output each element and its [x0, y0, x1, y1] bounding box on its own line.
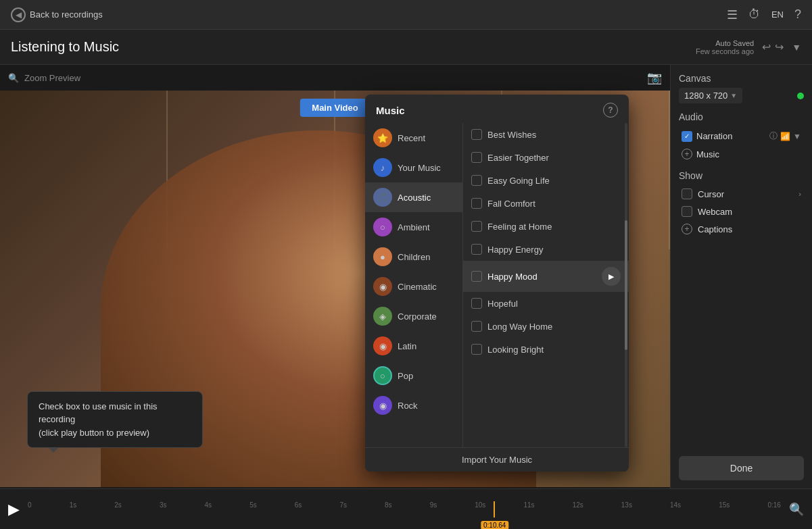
- webcam-show-item: Webcam: [679, 203, 804, 220]
- category-item-corporate[interactable]: ◈ Corporate: [365, 301, 462, 331]
- zoom-preview-label: Zoom Preview: [24, 73, 80, 83]
- category-label-cinematic: Cinematic: [398, 282, 437, 292]
- track-checkbox-easy-going-life[interactable]: [471, 175, 482, 186]
- cursor-expand-icon[interactable]: ›: [798, 190, 801, 198]
- track-play-button-happy-mood[interactable]: ▶: [602, 267, 621, 286]
- timeline-track[interactable]: 0 1s 2s 3s 4s 5s 6s 7s 8s 9s 10s 11s 12s…: [28, 501, 781, 518]
- track-label-fall-comfort: Fall Comfort: [487, 199, 535, 209]
- pop-icon: ○: [373, 366, 392, 385]
- cursor-checkbox[interactable]: [682, 188, 692, 199]
- latin-icon: ◉: [373, 336, 392, 355]
- category-item-latin[interactable]: ◉ Latin: [365, 331, 462, 361]
- category-label-ambient: Ambient: [398, 222, 430, 232]
- narration-audio-icon[interactable]: 📶: [780, 132, 790, 141]
- category-item-cinematic[interactable]: ◉ Cinematic: [365, 272, 462, 301]
- track-item-happy-energy[interactable]: Happy Energy: [463, 238, 629, 261]
- back-label: Back to recordings: [30, 9, 103, 20]
- track-item-long-way-home[interactable]: Long Way Home: [463, 315, 629, 338]
- track-item-hopeful[interactable]: Hopeful: [463, 292, 629, 315]
- timeline-progress: [28, 501, 495, 518]
- children-icon: ●: [373, 247, 392, 266]
- timeline-search-icon[interactable]: 🔍: [789, 502, 804, 517]
- music-tracks-list: Best Wishes Easier Together Easy Going L…: [463, 123, 629, 447]
- narration-row: ✓ Narration ⓘ 📶 ▼: [679, 126, 804, 146]
- track-checkbox-best-wishes[interactable]: [471, 129, 482, 140]
- history-icon[interactable]: ⏱: [748, 7, 761, 22]
- music-add-row: + Music: [679, 146, 804, 162]
- right-panel: Canvas 1280 x 720 ▼ Audio ✓ Narration ⓘ …: [670, 65, 812, 488]
- narration-checkbox[interactable]: ✓: [682, 131, 692, 142]
- redo-button[interactable]: ↪: [775, 41, 784, 53]
- captions-add-icon[interactable]: +: [682, 224, 692, 234]
- canvas-dropdown-icon: ▼: [730, 92, 737, 99]
- track-checkbox-long-way-home[interactable]: [471, 321, 482, 332]
- audio-title: Audio: [679, 111, 804, 122]
- acoustic-icon: 🎵: [373, 188, 392, 207]
- done-button[interactable]: Done: [679, 456, 804, 480]
- help-icon[interactable]: ?: [794, 7, 801, 22]
- main-video-tag: Main Video: [300, 99, 370, 117]
- project-title-input[interactable]: [11, 39, 696, 55]
- status-dot: [797, 93, 804, 99]
- screenshot-button[interactable]: 📷: [647, 70, 662, 85]
- canvas-section: Canvas 1280 x 720 ▼: [679, 73, 804, 103]
- cursor-label: Cursor: [698, 189, 724, 199]
- undo-button[interactable]: ↩: [762, 41, 771, 53]
- show-section: Show Cursor › Webcam + Captions: [679, 170, 804, 238]
- narration-info-icon[interactable]: ⓘ: [769, 130, 778, 142]
- music-panel-header: Music ?: [365, 95, 629, 123]
- category-item-acoustic[interactable]: 🎵 Acoustic: [365, 182, 462, 212]
- track-item-looking-bright[interactable]: Looking Bright: [463, 338, 629, 361]
- track-label-easy-going-life: Easy Going Life: [487, 176, 550, 186]
- narration-expand-icon[interactable]: ▼: [793, 132, 801, 141]
- category-label-rock: Rock: [398, 401, 418, 411]
- track-item-happy-mood[interactable]: Happy Mood ▶: [463, 261, 629, 292]
- mark-12s: 12s: [573, 501, 583, 509]
- canvas-resolution-button[interactable]: 1280 x 720 ▼: [679, 88, 742, 103]
- music-help-button[interactable]: ?: [603, 103, 618, 118]
- track-item-easier-together[interactable]: Easier Together: [463, 146, 629, 169]
- mark-13s: 13s: [621, 501, 632, 509]
- back-arrow-icon: ◀: [11, 7, 26, 22]
- track-checkbox-fall-comfort[interactable]: [471, 198, 482, 209]
- category-item-your-music[interactable]: ♪ Your Music: [365, 153, 462, 182]
- track-item-best-wishes[interactable]: Best Wishes: [463, 123, 629, 146]
- track-checkbox-happy-energy[interactable]: [471, 244, 482, 255]
- track-checkbox-happy-mood[interactable]: [471, 271, 482, 282]
- music-add-icon[interactable]: +: [682, 149, 692, 159]
- video-area: 🔍 Zoom Preview 📷 Main Video Check box to…: [0, 65, 670, 488]
- expand-button[interactable]: ▼: [792, 42, 801, 53]
- scroll-indicator: [625, 123, 627, 447]
- timeline: ▶ 0 1s 2s 3s 4s 5s 6s 7s 8s 9s 10s 11s 1…: [0, 488, 812, 529]
- mark-15s: 15s: [719, 501, 730, 509]
- category-item-children[interactable]: ● Children: [365, 242, 462, 272]
- track-item-feeling-at-home[interactable]: Feeling at Home: [463, 215, 629, 238]
- language-button[interactable]: EN: [771, 9, 784, 20]
- track-checkbox-looking-bright[interactable]: [471, 344, 482, 355]
- category-item-rock[interactable]: ◉ Rock: [365, 391, 462, 420]
- category-item-ambient[interactable]: ○ Ambient: [365, 212, 462, 242]
- track-checkbox-easier-together[interactable]: [471, 152, 482, 163]
- corporate-icon: ◈: [373, 307, 392, 326]
- tooltip-text: Check box to use music in this recording…: [39, 401, 158, 438]
- back-button[interactable]: ◀ Back to recordings: [11, 7, 103, 22]
- import-music-button[interactable]: Import Your Music: [365, 447, 629, 472]
- category-label-children: Children: [398, 252, 430, 262]
- settings-icon[interactable]: ☰: [727, 7, 738, 22]
- track-item-easy-going-life[interactable]: Easy Going Life: [463, 169, 629, 192]
- canvas-resolution-label: 1280 x 720: [684, 91, 727, 101]
- webcam-checkbox[interactable]: [682, 206, 692, 217]
- category-item-pop[interactable]: ○ Pop: [365, 361, 462, 391]
- track-checkbox-feeling-at-home[interactable]: [471, 221, 482, 232]
- track-label-hopeful: Hopeful: [487, 299, 518, 309]
- cinematic-icon: ◉: [373, 277, 392, 296]
- mark-14s: 14s: [670, 501, 681, 509]
- track-checkbox-hopeful[interactable]: [471, 298, 482, 309]
- play-button[interactable]: ▶: [8, 501, 20, 518]
- category-item-recent[interactable]: ⭐ Recent: [365, 123, 462, 153]
- top-bar-right: ☰ ⏱ EN ?: [727, 7, 801, 22]
- category-label-corporate: Corporate: [398, 311, 437, 322]
- category-label-recent: Recent: [398, 133, 425, 143]
- track-item-fall-comfort[interactable]: Fall Comfort: [463, 192, 629, 215]
- music-add-label[interactable]: Music: [696, 149, 719, 159]
